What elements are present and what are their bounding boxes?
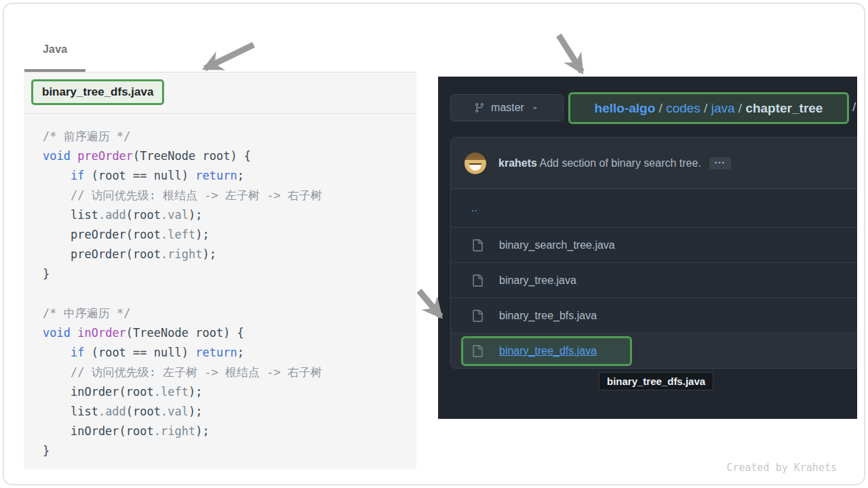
code-line: /* 中序遍历 */ [43, 304, 322, 323]
file-name-link[interactable]: binary_tree_bfs.java [499, 310, 597, 322]
breadcrumb-trailing-slash: / [852, 100, 856, 115]
file-icon [471, 274, 484, 287]
avatar[interactable] [465, 152, 486, 174]
file-row[interactable]: binary_tree_bfs.java [451, 298, 857, 333]
code-line: } [43, 441, 322, 461]
code-line: list.add(root.val); [43, 205, 322, 225]
file-name-link[interactable]: binary_tree_dfs.java [499, 345, 597, 357]
branch-name: master [491, 102, 524, 114]
figure-frame: Java binary_tree_dfs.java /* 前序遍历 */void… [3, 3, 865, 485]
github-panel: master hello-algo / codes / java / chapt… [438, 77, 857, 419]
breadcrumb-separator: / [655, 101, 666, 116]
file-icon [471, 310, 484, 322]
file-highlight-box: binary_tree_dfs.java [461, 336, 632, 366]
filename-label: binary_tree_dfs.java [42, 85, 153, 99]
code-line: if (root == null) return; [43, 343, 322, 363]
code-line: /* 前序遍历 */ [43, 127, 322, 146]
code-line: if (root == null) return; [43, 166, 322, 186]
file-icon [471, 239, 484, 251]
file-row[interactable]: binary_search_tree.java [451, 227, 857, 262]
code-line: } [43, 264, 322, 284]
code-panel: binary_tree_dfs.java /* 前序遍历 */void preO… [24, 72, 416, 470]
code-line: // 访问优先级: 左子树 -> 根结点 -> 右子树 [43, 363, 322, 382]
code-line: // 访问优先级: 根结点 -> 左子树 -> 右子树 [43, 186, 322, 205]
file-name-link[interactable]: binary_tree.java [499, 274, 576, 287]
divider [24, 113, 416, 114]
credit-text: Created by Krahets [726, 462, 837, 474]
code-line: preOrder(root.left); [43, 225, 322, 245]
file-icon [471, 345, 484, 357]
code-line: void inOrder(TreeNode root) { [43, 323, 322, 343]
branch-selector-button[interactable]: master [450, 94, 564, 121]
tab-java[interactable]: Java [43, 43, 67, 56]
arrow-to-breadcrumb [559, 35, 582, 72]
breadcrumb-segment-hello-algo[interactable]: hello-algo [595, 101, 656, 116]
code-line [43, 284, 322, 304]
git-branch-icon [474, 102, 485, 113]
parent-dir-row[interactable]: .. [451, 189, 857, 227]
file-list: .. binary_search_tree.java binary_tree.j… [451, 189, 857, 368]
code-line: inOrder(root.left); [43, 382, 322, 402]
code-line: list.add(root.val); [43, 402, 322, 422]
latest-commit-row: krahets Add section of binary search tre… [451, 138, 857, 189]
code-line: void preOrder(TreeNode root) { [43, 146, 322, 166]
commit-ellipsis-button[interactable]: ··· [709, 157, 731, 169]
breadcrumb-separator: / [735, 101, 746, 116]
breadcrumb-segment-chapter_tree: chapter_tree [745, 101, 823, 116]
arrow-to-filename [205, 45, 254, 68]
link-tooltip: binary_tree_dfs.java [599, 372, 713, 390]
file-row[interactable]: binary_tree.java [451, 262, 857, 298]
code-block: /* 前序遍历 */void preOrder(TreeNode root) {… [43, 127, 322, 461]
file-name-link[interactable]: binary_search_tree.java [499, 239, 615, 251]
breadcrumb-segment-codes[interactable]: codes [666, 101, 701, 116]
code-line: inOrder(root.right); [43, 422, 322, 441]
file-row[interactable]: binary_tree_dfs.java [451, 333, 857, 368]
chevron-down-icon [530, 103, 540, 113]
file-browser-table: krahets Add section of binary search tre… [450, 137, 857, 369]
code-line: preOrder(root.right); [43, 245, 322, 264]
commit-message: krahets Add section of binary search tre… [498, 157, 701, 169]
breadcrumb-segment-java[interactable]: java [711, 101, 735, 116]
file-name-link[interactable]: .. [471, 202, 477, 214]
breadcrumb-highlight-box: hello-algo / codes / java / chapter_tree [568, 92, 849, 124]
filename-highlight-box: binary_tree_dfs.java [31, 79, 164, 105]
breadcrumb-separator: / [701, 101, 711, 116]
commit-author[interactable]: krahets [498, 157, 537, 169]
commit-message-text[interactable]: Add section of binary search tree. [537, 157, 701, 169]
